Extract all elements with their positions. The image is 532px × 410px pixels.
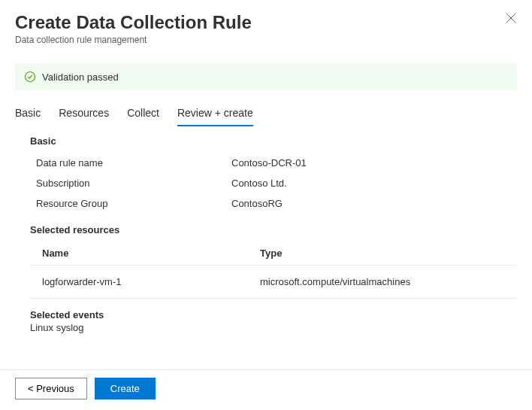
- check-circle-icon: [24, 71, 36, 83]
- kv-row: Data rule name Contoso-DCR-01: [30, 153, 517, 173]
- col-header-name: Name: [42, 248, 260, 259]
- col-header-type: Type: [260, 248, 517, 259]
- validation-message: Validation passed: [42, 71, 119, 83]
- page-title: Create Data Collection Rule: [15, 12, 517, 33]
- tab-collect[interactable]: Collect: [127, 107, 159, 126]
- validation-banner: Validation passed: [15, 63, 517, 90]
- tab-basic[interactable]: Basic: [15, 107, 41, 126]
- tabs: Basic Resources Collect Review + create: [0, 93, 532, 126]
- kv-val: Contoso Ltd.: [231, 178, 287, 189]
- footer: < Previous Create: [0, 369, 532, 399]
- section-resources-title: Selected resources: [30, 224, 517, 235]
- section-basic-title: Basic: [30, 135, 517, 147]
- kv-row: Resource Group ContosoRG: [30, 193, 517, 214]
- cell-name: logforwarder-vm-1: [42, 276, 260, 287]
- kv-key: Subscription: [36, 178, 231, 189]
- previous-button[interactable]: < Previous: [15, 378, 87, 399]
- tab-review-create[interactable]: Review + create: [177, 107, 253, 126]
- kv-key: Data rule name: [36, 157, 231, 169]
- cell-type: microsoft.compute/virtualmachines: [260, 276, 517, 287]
- close-button[interactable]: [505, 12, 517, 24]
- close-icon: [505, 12, 517, 24]
- events-value: Linux syslog: [30, 322, 517, 333]
- kv-row: Subscription Contoso Ltd.: [30, 173, 517, 193]
- svg-point-2: [26, 72, 35, 82]
- kv-val: Contoso-DCR-01: [231, 157, 307, 169]
- section-events-title: Selected events: [30, 309, 517, 320]
- page-subtitle: Data collection rule management: [15, 35, 517, 45]
- kv-key: Resource Group: [36, 198, 231, 209]
- create-button[interactable]: Create: [95, 378, 156, 399]
- table-row: logforwarder-vm-1 microsoft.compute/virt…: [30, 266, 517, 299]
- kv-val: ContosoRG: [231, 198, 283, 209]
- table-header: Name Type: [30, 241, 517, 266]
- tab-resources[interactable]: Resources: [59, 107, 109, 126]
